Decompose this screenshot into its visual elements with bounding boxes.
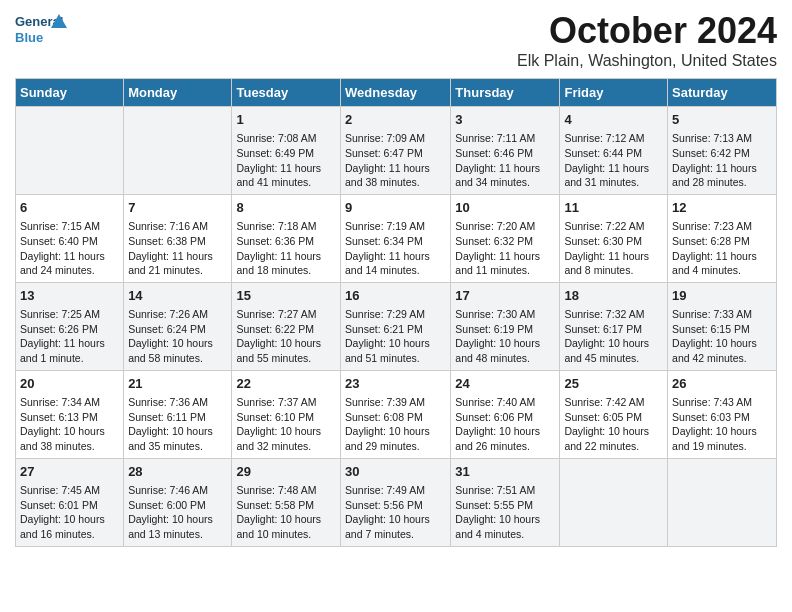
cell-info-text: Sunrise: 7:51 AMSunset: 5:55 PMDaylight:… bbox=[455, 483, 555, 542]
cell-info-text: Sunrise: 7:39 AMSunset: 6:08 PMDaylight:… bbox=[345, 395, 446, 454]
cell-date-number: 20 bbox=[20, 375, 119, 393]
cell-3-0: 20Sunrise: 7:34 AMSunset: 6:13 PMDayligh… bbox=[16, 370, 124, 458]
cell-2-2: 15Sunrise: 7:27 AMSunset: 6:22 PMDayligh… bbox=[232, 282, 341, 370]
page-title: October 2024 bbox=[517, 10, 777, 52]
cell-date-number: 27 bbox=[20, 463, 119, 481]
cell-3-3: 23Sunrise: 7:39 AMSunset: 6:08 PMDayligh… bbox=[341, 370, 451, 458]
cell-0-2: 1Sunrise: 7:08 AMSunset: 6:49 PMDaylight… bbox=[232, 107, 341, 195]
cell-0-6: 5Sunrise: 7:13 AMSunset: 6:42 PMDaylight… bbox=[668, 107, 777, 195]
header-saturday: Saturday bbox=[668, 79, 777, 107]
logo-svg: General Blue bbox=[15, 10, 67, 52]
cell-1-6: 12Sunrise: 7:23 AMSunset: 6:28 PMDayligh… bbox=[668, 194, 777, 282]
cell-0-5: 4Sunrise: 7:12 AMSunset: 6:44 PMDaylight… bbox=[560, 107, 668, 195]
cell-date-number: 21 bbox=[128, 375, 227, 393]
cell-info-text: Sunrise: 7:15 AMSunset: 6:40 PMDaylight:… bbox=[20, 219, 119, 278]
cell-info-text: Sunrise: 7:18 AMSunset: 6:36 PMDaylight:… bbox=[236, 219, 336, 278]
cell-info-text: Sunrise: 7:34 AMSunset: 6:13 PMDaylight:… bbox=[20, 395, 119, 454]
header-thursday: Thursday bbox=[451, 79, 560, 107]
cell-info-text: Sunrise: 7:48 AMSunset: 5:58 PMDaylight:… bbox=[236, 483, 336, 542]
cell-date-number: 5 bbox=[672, 111, 772, 129]
cell-date-number: 25 bbox=[564, 375, 663, 393]
cell-date-number: 31 bbox=[455, 463, 555, 481]
cell-info-text: Sunrise: 7:13 AMSunset: 6:42 PMDaylight:… bbox=[672, 131, 772, 190]
cell-2-5: 18Sunrise: 7:32 AMSunset: 6:17 PMDayligh… bbox=[560, 282, 668, 370]
cell-date-number: 7 bbox=[128, 199, 227, 217]
cell-info-text: Sunrise: 7:11 AMSunset: 6:46 PMDaylight:… bbox=[455, 131, 555, 190]
cell-date-number: 28 bbox=[128, 463, 227, 481]
cell-date-number: 23 bbox=[345, 375, 446, 393]
cell-info-text: Sunrise: 7:32 AMSunset: 6:17 PMDaylight:… bbox=[564, 307, 663, 366]
cell-2-3: 16Sunrise: 7:29 AMSunset: 6:21 PMDayligh… bbox=[341, 282, 451, 370]
cell-date-number: 19 bbox=[672, 287, 772, 305]
cell-1-3: 9Sunrise: 7:19 AMSunset: 6:34 PMDaylight… bbox=[341, 194, 451, 282]
cell-date-number: 11 bbox=[564, 199, 663, 217]
cell-date-number: 12 bbox=[672, 199, 772, 217]
cell-info-text: Sunrise: 7:20 AMSunset: 6:32 PMDaylight:… bbox=[455, 219, 555, 278]
cell-0-3: 2Sunrise: 7:09 AMSunset: 6:47 PMDaylight… bbox=[341, 107, 451, 195]
cell-4-0: 27Sunrise: 7:45 AMSunset: 6:01 PMDayligh… bbox=[16, 458, 124, 546]
cell-info-text: Sunrise: 7:26 AMSunset: 6:24 PMDaylight:… bbox=[128, 307, 227, 366]
cell-info-text: Sunrise: 7:27 AMSunset: 6:22 PMDaylight:… bbox=[236, 307, 336, 366]
cell-4-1: 28Sunrise: 7:46 AMSunset: 6:00 PMDayligh… bbox=[124, 458, 232, 546]
cell-info-text: Sunrise: 7:23 AMSunset: 6:28 PMDaylight:… bbox=[672, 219, 772, 278]
header-friday: Friday bbox=[560, 79, 668, 107]
cell-3-4: 24Sunrise: 7:40 AMSunset: 6:06 PMDayligh… bbox=[451, 370, 560, 458]
cell-date-number: 29 bbox=[236, 463, 336, 481]
cell-date-number: 22 bbox=[236, 375, 336, 393]
cell-2-0: 13Sunrise: 7:25 AMSunset: 6:26 PMDayligh… bbox=[16, 282, 124, 370]
cell-date-number: 15 bbox=[236, 287, 336, 305]
cell-date-number: 13 bbox=[20, 287, 119, 305]
header-tuesday: Tuesday bbox=[232, 79, 341, 107]
cell-info-text: Sunrise: 7:43 AMSunset: 6:03 PMDaylight:… bbox=[672, 395, 772, 454]
cell-info-text: Sunrise: 7:45 AMSunset: 6:01 PMDaylight:… bbox=[20, 483, 119, 542]
svg-text:Blue: Blue bbox=[15, 30, 43, 45]
cell-info-text: Sunrise: 7:12 AMSunset: 6:44 PMDaylight:… bbox=[564, 131, 663, 190]
cell-info-text: Sunrise: 7:16 AMSunset: 6:38 PMDaylight:… bbox=[128, 219, 227, 278]
cell-date-number: 9 bbox=[345, 199, 446, 217]
cell-date-number: 3 bbox=[455, 111, 555, 129]
cell-4-3: 30Sunrise: 7:49 AMSunset: 5:56 PMDayligh… bbox=[341, 458, 451, 546]
cell-date-number: 18 bbox=[564, 287, 663, 305]
cell-info-text: Sunrise: 7:19 AMSunset: 6:34 PMDaylight:… bbox=[345, 219, 446, 278]
cell-date-number: 30 bbox=[345, 463, 446, 481]
cell-date-number: 16 bbox=[345, 287, 446, 305]
cell-0-4: 3Sunrise: 7:11 AMSunset: 6:46 PMDaylight… bbox=[451, 107, 560, 195]
calendar-table: SundayMondayTuesdayWednesdayThursdayFrid… bbox=[15, 78, 777, 547]
cell-date-number: 26 bbox=[672, 375, 772, 393]
header-sunday: Sunday bbox=[16, 79, 124, 107]
cell-info-text: Sunrise: 7:29 AMSunset: 6:21 PMDaylight:… bbox=[345, 307, 446, 366]
cell-3-2: 22Sunrise: 7:37 AMSunset: 6:10 PMDayligh… bbox=[232, 370, 341, 458]
header-wednesday: Wednesday bbox=[341, 79, 451, 107]
cell-1-2: 8Sunrise: 7:18 AMSunset: 6:36 PMDaylight… bbox=[232, 194, 341, 282]
cell-1-1: 7Sunrise: 7:16 AMSunset: 6:38 PMDaylight… bbox=[124, 194, 232, 282]
cell-2-1: 14Sunrise: 7:26 AMSunset: 6:24 PMDayligh… bbox=[124, 282, 232, 370]
cell-4-6 bbox=[668, 458, 777, 546]
cell-date-number: 2 bbox=[345, 111, 446, 129]
cell-4-5 bbox=[560, 458, 668, 546]
cell-date-number: 10 bbox=[455, 199, 555, 217]
cell-info-text: Sunrise: 7:42 AMSunset: 6:05 PMDaylight:… bbox=[564, 395, 663, 454]
cell-3-5: 25Sunrise: 7:42 AMSunset: 6:05 PMDayligh… bbox=[560, 370, 668, 458]
cell-info-text: Sunrise: 7:37 AMSunset: 6:10 PMDaylight:… bbox=[236, 395, 336, 454]
cell-info-text: Sunrise: 7:36 AMSunset: 6:11 PMDaylight:… bbox=[128, 395, 227, 454]
cell-info-text: Sunrise: 7:40 AMSunset: 6:06 PMDaylight:… bbox=[455, 395, 555, 454]
page-subtitle: Elk Plain, Washington, United States bbox=[517, 52, 777, 70]
cell-info-text: Sunrise: 7:30 AMSunset: 6:19 PMDaylight:… bbox=[455, 307, 555, 366]
cell-info-text: Sunrise: 7:49 AMSunset: 5:56 PMDaylight:… bbox=[345, 483, 446, 542]
cell-3-1: 21Sunrise: 7:36 AMSunset: 6:11 PMDayligh… bbox=[124, 370, 232, 458]
cell-date-number: 8 bbox=[236, 199, 336, 217]
cell-4-4: 31Sunrise: 7:51 AMSunset: 5:55 PMDayligh… bbox=[451, 458, 560, 546]
cell-date-number: 24 bbox=[455, 375, 555, 393]
cell-4-2: 29Sunrise: 7:48 AMSunset: 5:58 PMDayligh… bbox=[232, 458, 341, 546]
cell-info-text: Sunrise: 7:46 AMSunset: 6:00 PMDaylight:… bbox=[128, 483, 227, 542]
cell-date-number: 4 bbox=[564, 111, 663, 129]
cell-date-number: 14 bbox=[128, 287, 227, 305]
cell-info-text: Sunrise: 7:25 AMSunset: 6:26 PMDaylight:… bbox=[20, 307, 119, 366]
cell-date-number: 1 bbox=[236, 111, 336, 129]
header-monday: Monday bbox=[124, 79, 232, 107]
cell-info-text: Sunrise: 7:09 AMSunset: 6:47 PMDaylight:… bbox=[345, 131, 446, 190]
cell-2-4: 17Sunrise: 7:30 AMSunset: 6:19 PMDayligh… bbox=[451, 282, 560, 370]
cell-1-0: 6Sunrise: 7:15 AMSunset: 6:40 PMDaylight… bbox=[16, 194, 124, 282]
cell-1-4: 10Sunrise: 7:20 AMSunset: 6:32 PMDayligh… bbox=[451, 194, 560, 282]
cell-0-1 bbox=[124, 107, 232, 195]
